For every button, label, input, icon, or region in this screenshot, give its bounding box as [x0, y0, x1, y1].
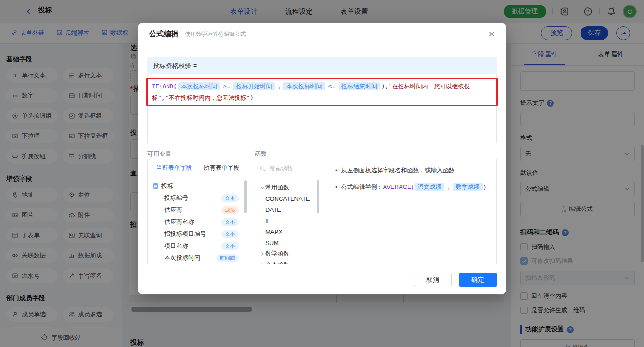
variable-item-供应商名称[interactable]: 供应商名称文本	[152, 216, 245, 228]
function-item-CONCATENATE[interactable]: CONCATENATE	[259, 193, 319, 204]
formula-field-chip[interactable]: 本次投标时间	[178, 82, 220, 90]
function-group-数学函数[interactable]: 数学函数	[259, 248, 319, 259]
formula-field-chip[interactable]: 本次投标时间	[283, 82, 325, 90]
cancel-button[interactable]: 取消	[414, 273, 452, 287]
variable-item-招投标项目编号[interactable]: 招投标项目编号文本	[152, 228, 245, 240]
variable-item-供应商[interactable]: 供应商成员	[152, 204, 245, 216]
formula-token: IF(	[152, 83, 162, 90]
function-item-IF[interactable]: IF	[259, 215, 319, 226]
formula-highlight-box: IF(AND(本次投标时间>=投标开始时间，本次投标时间<=投标结束时间),"在…	[146, 78, 498, 106]
close-icon[interactable]: ✕	[489, 30, 495, 38]
formula-token: ，	[276, 83, 282, 90]
formula-editor[interactable]: IF(AND(本次投标时间>=投标开始时间，本次投标时间<=投标结束时间),"在…	[147, 74, 497, 143]
variable-item-项目名称[interactable]: 项目名称文本	[152, 240, 245, 252]
function-group-常用函数[interactable]: 常用函数	[259, 182, 319, 193]
modal-title: 公式编辑	[149, 29, 178, 39]
field-type-badge: 文本	[221, 242, 239, 250]
formula-token: ),	[381, 83, 389, 90]
function-item-SUM[interactable]: SUM	[259, 237, 319, 248]
tab-all-form-fields[interactable]: 所有表单字段	[204, 164, 240, 172]
functions-panel: 搜索函数 常用函数CONCATENATEDATEIFMAPXSUM数学函数文本函…	[255, 159, 321, 264]
chevron-down-icon	[259, 186, 265, 190]
tab-current-form-fields[interactable]: 当前表单字段	[156, 164, 192, 172]
function-search-input[interactable]: 搜索函数	[255, 159, 321, 178]
chevron-right-icon	[259, 263, 265, 265]
chevron-right-icon	[259, 252, 265, 256]
field-type-badge: 文本	[221, 218, 239, 226]
help-line: 公式编辑举例：AVERAGE(语文成绩，数学成绩)	[341, 182, 486, 192]
field-type-badge: 文本	[221, 194, 239, 202]
formula-token: >=	[223, 83, 230, 90]
formula-assign-bar: 投标资格校验 =	[147, 57, 497, 74]
formula-token: "不在投标时间内，您无法投标"	[165, 94, 250, 101]
variable-form-node[interactable]: 投标	[152, 180, 245, 192]
help-line: 从左侧面板选择字段名和函数，或输入函数	[341, 165, 455, 176]
variable-item-投标编号[interactable]: 投标编号文本	[152, 192, 245, 204]
variables-panel: 当前表单字段 所有表单字段 投标投标编号文本供应商成员供应商名称文本招投标项目编…	[147, 159, 248, 264]
formula-help-panel: •从左侧面板选择字段名和函数，或输入函数 •公式编辑举例：AVERAGE(语文成…	[328, 159, 497, 264]
functions-scrollbar[interactable]	[317, 180, 319, 213]
formula-field-chip[interactable]: 投标开始时间	[233, 82, 275, 90]
field-type-badge: 文本	[221, 230, 239, 238]
function-item-DATE[interactable]: DATE	[259, 204, 319, 215]
formula-token: )	[250, 94, 253, 101]
function-item-MAPX[interactable]: MAPX	[259, 226, 319, 237]
function-group-文本函数[interactable]: 文本函数	[259, 259, 319, 264]
modal-subtitle: 使用数学运算符编辑公式	[185, 30, 246, 38]
confirm-button[interactable]: 确定	[459, 273, 497, 287]
form-doc-icon	[152, 183, 159, 189]
field-type-badge: 成员	[221, 206, 239, 214]
variables-scrollbar[interactable]	[244, 180, 247, 213]
formula-edit-modal: 公式编辑 使用数学运算符编辑公式 ✕ 投标资格校验 = IF(AND(本次投标时…	[138, 23, 506, 294]
field-type-badge: 时间戳	[216, 254, 239, 262]
formula-token: ,	[161, 94, 165, 101]
variables-label: 可用变量	[147, 150, 171, 158]
formula-field-chip[interactable]: 投标结束时间	[339, 82, 380, 90]
search-placeholder: 搜索函数	[269, 165, 293, 173]
formula-token: AND(	[162, 83, 177, 90]
variable-item-本次投标时间[interactable]: 本次投标时间时间戳	[152, 252, 245, 264]
functions-label: 函数	[255, 150, 267, 158]
search-icon	[260, 165, 266, 171]
formula-token: <=	[328, 83, 335, 90]
